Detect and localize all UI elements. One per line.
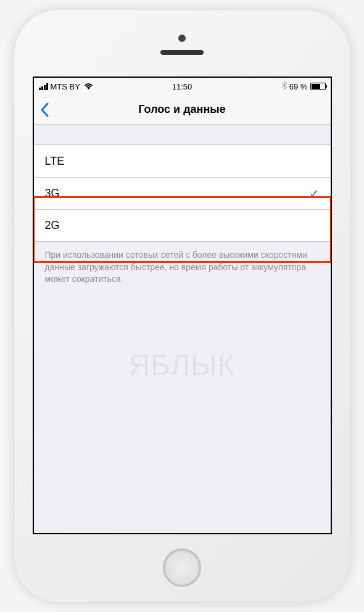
footer-description: При использовании сотовых сетей с более … [34, 242, 331, 293]
status-left: MTS BY [39, 82, 93, 91]
option-2g[interactable]: 2G [34, 209, 331, 241]
option-3g[interactable]: 3G ✓ [34, 177, 331, 209]
speaker [160, 50, 204, 55]
content: LTE 3G ✓ 2G При использовании сотовых се… [34, 144, 331, 293]
nav-bar: Голос и данные [34, 95, 331, 125]
home-button[interactable] [163, 548, 201, 587]
option-lte[interactable]: LTE [34, 145, 331, 177]
status-right: 69 % [282, 81, 326, 91]
option-2g-label: 2G [45, 219, 60, 232]
battery-percent-label: 69 % [289, 82, 308, 91]
camera [178, 35, 186, 42]
page-title: Голос и данные [138, 103, 225, 116]
time-label: 11:50 [172, 82, 192, 91]
screen: MTS BY 11:50 69 % [33, 76, 332, 534]
checkmark-icon: ✓ [309, 186, 320, 201]
status-bar: MTS BY 11:50 69 % [34, 78, 331, 95]
back-button[interactable] [40, 102, 49, 117]
watermark: ЯБЛЫК [128, 348, 235, 382]
battery-icon [310, 83, 326, 90]
wifi-icon [84, 82, 93, 91]
bluetooth-icon [282, 81, 287, 91]
phone-frame: MTS BY 11:50 69 % [14, 10, 350, 602]
options-list: LTE 3G ✓ 2G [34, 144, 331, 242]
signal-icon [39, 83, 48, 90]
option-3g-label: 3G [45, 187, 60, 200]
carrier-label: MTS BY [51, 82, 80, 91]
option-lte-label: LTE [45, 155, 65, 168]
